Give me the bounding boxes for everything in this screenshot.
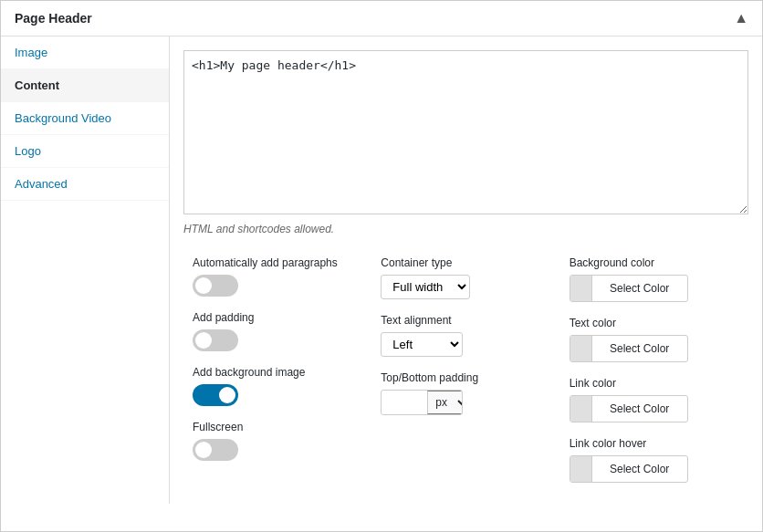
link-color-picker: Select Color: [570, 395, 688, 422]
text-color-picker: Select Color: [570, 335, 688, 362]
link-color-button[interactable]: Select Color: [592, 399, 687, 419]
sidebar-item-content[interactable]: Content: [1, 69, 169, 102]
collapse-icon[interactable]: ▲: [734, 10, 748, 26]
add-background-image-label: Add background image: [193, 366, 362, 379]
container-type-select[interactable]: Full width Contained Fluid: [381, 275, 470, 299]
text-alignment-label: Text alignment: [381, 314, 550, 327]
panel-body: Image Content Background Video Logo Adva…: [1, 37, 762, 504]
auto-paragraphs-label: Automatically add paragraphs: [193, 256, 362, 269]
auto-paragraphs-group: Automatically add paragraphs: [183, 249, 371, 304]
padding-unit-select[interactable]: px em %: [427, 391, 463, 414]
fullscreen-slider: [193, 439, 238, 461]
container-type-group: Container type Full width Contained Flui…: [371, 249, 559, 307]
content-textarea[interactable]: <h1>My page header</h1>: [183, 50, 748, 214]
sidebar-item-background-video[interactable]: Background Video: [1, 102, 169, 135]
text-alignment-select[interactable]: Left Center Right: [381, 332, 463, 357]
link-color-swatch: [570, 396, 592, 422]
sidebar-item-logo[interactable]: Logo: [1, 135, 169, 168]
add-background-image-toggle[interactable]: [193, 384, 238, 406]
sidebar: Image Content Background Video Logo Adva…: [1, 37, 170, 504]
column-dropdowns: Container type Full width Contained Flui…: [371, 249, 559, 490]
container-type-label: Container type: [381, 256, 550, 269]
add-background-image-group: Add background image: [183, 359, 371, 413]
auto-paragraphs-toggle[interactable]: [193, 275, 238, 297]
fullscreen-label: Fullscreen: [193, 421, 362, 433]
link-color-hover-label: Link color hover: [570, 437, 739, 450]
link-color-hover-picker: Select Color: [570, 455, 688, 483]
panel: Page Header ▲ Image Content Background V…: [0, 0, 763, 532]
fullscreen-toggle[interactable]: [193, 439, 238, 461]
link-color-hover-swatch: [570, 456, 592, 482]
link-color-hover-button[interactable]: Select Color: [592, 459, 687, 479]
sidebar-item-image[interactable]: Image: [1, 37, 169, 69]
add-padding-toggle[interactable]: [193, 329, 238, 351]
panel-title: Page Header: [15, 11, 92, 26]
column-toggles: Automatically add paragraphs Add padding: [183, 249, 371, 490]
top-bottom-padding-group: Top/Bottom padding px em %: [371, 364, 559, 422]
hint-text: HTML and shortcodes allowed.: [183, 223, 748, 235]
add-padding-label: Add padding: [193, 311, 362, 324]
fullscreen-group: Fullscreen: [183, 413, 371, 468]
sidebar-item-advanced[interactable]: Advanced: [1, 168, 169, 201]
text-color-button[interactable]: Select Color: [592, 339, 687, 359]
background-color-group: Background color Select Color: [560, 249, 748, 309]
background-color-picker: Select Color: [570, 275, 688, 302]
text-color-swatch: [570, 336, 592, 361]
add-padding-slider: [193, 329, 238, 351]
main-content: <h1>My page header</h1> HTML and shortco…: [170, 37, 762, 504]
background-color-button[interactable]: Select Color: [592, 278, 687, 298]
link-color-group: Link color Select Color: [560, 370, 748, 430]
background-color-swatch: [570, 276, 592, 301]
add-padding-group: Add padding: [183, 304, 371, 359]
text-color-label: Text color: [570, 317, 739, 329]
padding-input[interactable]: [382, 392, 427, 413]
background-color-label: Background color: [570, 256, 739, 269]
add-background-image-slider: [193, 384, 238, 406]
link-color-label: Link color: [570, 377, 739, 390]
text-color-group: Text color Select Color: [560, 309, 748, 370]
options-grid: Automatically add paragraphs Add padding: [183, 249, 748, 490]
column-colors: Background color Select Color Text color…: [560, 249, 748, 490]
top-bottom-padding-label: Top/Bottom padding: [381, 371, 550, 384]
panel-header: Page Header ▲: [1, 1, 762, 37]
link-color-hover-group: Link color hover Select Color: [560, 430, 748, 490]
auto-paragraphs-slider: [193, 275, 238, 297]
text-alignment-group: Text alignment Left Center Right: [371, 307, 559, 364]
padding-input-wrap: px em %: [381, 390, 463, 415]
